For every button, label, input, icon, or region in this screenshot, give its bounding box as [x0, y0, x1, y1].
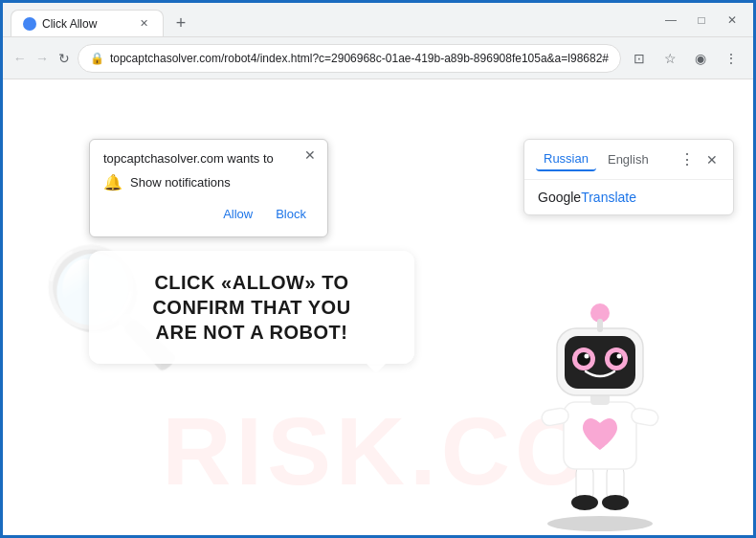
forward-button[interactable]: → [33, 44, 51, 73]
translate-header: Russian English ⋮ ✕ [524, 140, 733, 180]
google-translate-row: Google Translate [538, 190, 720, 205]
tab-title: Click Allow [42, 17, 97, 31]
block-button[interactable]: Block [268, 203, 314, 225]
minimize-button[interactable]: — [657, 7, 684, 34]
refresh-button[interactable]: ↻ [56, 44, 74, 73]
tab-area: Click Allow ✕ + [11, 3, 657, 36]
browser-tab[interactable]: Click Allow ✕ [11, 10, 164, 36]
svg-point-5 [602, 495, 629, 510]
svg-point-19 [617, 354, 622, 359]
bubble-text: CLICK «ALLOW» TO CONFIRM THAT YOU ARE NO… [118, 270, 386, 345]
nav-bar: ← → ↻ 🔒 topcaptchasolver.com/robot4/inde… [3, 37, 753, 79]
tab-russian[interactable]: Russian [536, 147, 596, 171]
translate-close-button[interactable]: ✕ [702, 150, 722, 169]
lock-icon: 🔒 [90, 52, 104, 65]
svg-point-1 [547, 516, 653, 531]
notification-popup: ✕ topcaptchasolver.com wants to 🔔 Show n… [89, 139, 328, 237]
robot-illustration [504, 263, 696, 531]
tab-favicon [23, 17, 36, 31]
robot-container [504, 263, 696, 535]
page-content: 🔍 RISK.CO ✕ topcaptchasolver.com wants t… [3, 79, 753, 535]
new-tab-button[interactable]: + [167, 10, 194, 36]
back-button[interactable]: ← [11, 44, 29, 73]
notification-label: Show notifications [130, 175, 231, 190]
bubble-line1: CLICK «ALLOW» TO CONFIRM THAT YOU [152, 272, 350, 318]
tab-english[interactable]: English [600, 148, 656, 170]
translate-text[interactable]: Translate [581, 190, 636, 205]
close-button[interactable]: ✕ [719, 7, 745, 34]
translate-more-icon[interactable]: ⋮ [676, 148, 699, 170]
window-controls: — □ ✕ [657, 7, 745, 34]
bookmark-icon[interactable]: ☆ [656, 44, 684, 73]
translate-popup: Russian English ⋮ ✕ Google Translate [523, 139, 734, 215]
google-text: Google [538, 190, 581, 205]
cast-icon[interactable]: ⊡ [625, 44, 654, 73]
svg-point-0 [25, 19, 34, 29]
allow-button[interactable]: Allow [215, 203, 260, 225]
title-bar: Click Allow ✕ + — □ ✕ [3, 3, 753, 37]
popup-buttons: Allow Block [103, 203, 314, 225]
maximize-button[interactable]: □ [688, 7, 715, 34]
svg-point-18 [585, 354, 589, 359]
address-bar[interactable]: 🔒 topcaptchasolver.com/robot4/index.html… [78, 44, 621, 73]
browser-frame: Click Allow ✕ + — □ ✕ ← → ↻ 🔒 topcaptcha… [3, 3, 753, 535]
profile-icon[interactable]: ◉ [686, 44, 715, 73]
tab-close-button[interactable]: ✕ [136, 16, 151, 32]
popup-close-button[interactable]: ✕ [300, 146, 320, 165]
bubble-line2: ARE NOT A ROBOT! [156, 322, 348, 343]
svg-point-4 [571, 495, 598, 510]
svg-point-16 [577, 352, 590, 366]
speech-bubble: CLICK «ALLOW» TO CONFIRM THAT YOU ARE NO… [89, 251, 414, 364]
popup-title: topcaptchasolver.com wants to [103, 151, 314, 166]
bell-icon: 🔔 [103, 173, 122, 191]
translate-body: Google Translate [524, 180, 733, 214]
svg-rect-12 [597, 319, 603, 332]
popup-notification-row: 🔔 Show notifications [103, 173, 314, 191]
speech-bubble-container: CLICK «ALLOW» TO CONFIRM THAT YOU ARE NO… [89, 251, 414, 364]
url-text: topcaptchasolver.com/robot4/index.html?c… [110, 52, 609, 65]
nav-actions: ⊡ ☆ ◉ ⋮ [625, 44, 745, 73]
menu-icon[interactable]: ⋮ [717, 44, 745, 73]
svg-point-17 [610, 352, 623, 366]
